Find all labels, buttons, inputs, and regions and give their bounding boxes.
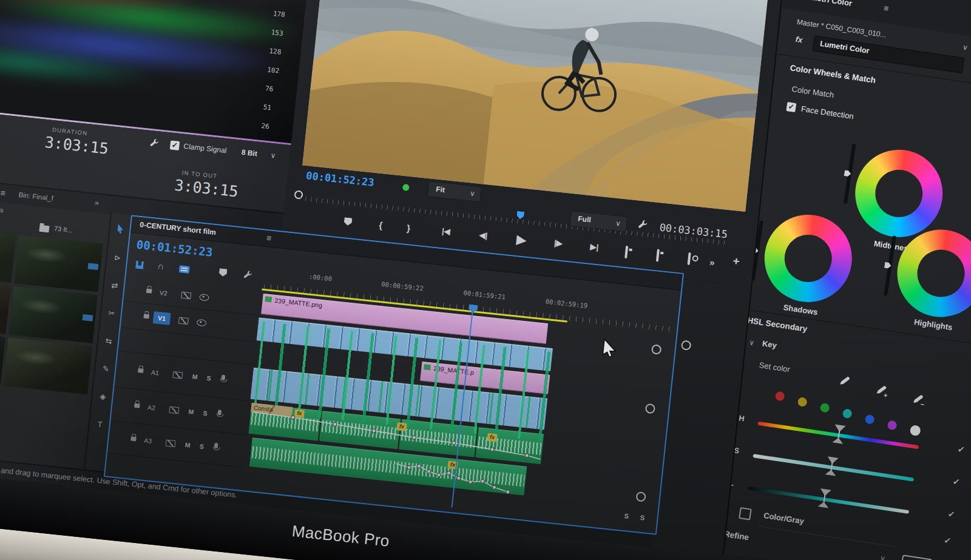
extract-icon[interactable] [656,249,660,261]
go-to-in-icon[interactable]: |◀ [441,226,450,236]
check-icon[interactable]: ✓ [947,509,956,520]
mic-icon[interactable] [214,443,218,449]
track-name[interactable]: A3 [144,437,152,445]
track-name[interactable]: V2 [159,289,167,297]
swatch-green[interactable] [820,403,830,413]
shadows-wheel[interactable] [759,209,858,308]
swatch-purple[interactable] [887,420,898,430]
tab-sequence[interactable]: 0-CENTURY short film [140,220,217,237]
sync-lock-icon[interactable] [181,292,191,300]
eyedropper-minus-icon[interactable]: − [912,392,925,406]
mic-icon[interactable] [217,410,222,416]
chevron-down-icon[interactable]: ∨ [962,43,969,52]
refine-label[interactable]: Refine [723,529,749,542]
lock-icon[interactable] [130,436,137,441]
settings-wrench-icon[interactable] [149,138,159,147]
effect-name-field[interactable]: Lumetri Color [812,35,964,73]
clamp-signal-checkbox[interactable]: ✓ [170,140,180,150]
sync-lock-icon[interactable] [169,407,179,414]
export-frame-icon[interactable] [688,252,691,265]
check-icon[interactable]: ✓ [957,444,966,455]
fit-dropdown[interactable]: Fit ∨ [427,181,482,202]
swatch-blue[interactable] [865,414,875,425]
mark-out-icon[interactable]: } [406,223,411,234]
add-marker-icon[interactable] [343,217,352,226]
check-icon[interactable]: ✓ [943,535,952,546]
solo-button[interactable]: S [199,442,204,450]
face-detection-label: Face Detection [800,104,854,121]
clip-thumbnail[interactable] [14,235,103,292]
saturation-handle[interactable] [825,456,838,476]
solo-toggles[interactable]: S S [624,512,650,522]
swatch-teal[interactable] [842,408,853,419]
track-name[interactable]: A2 [147,403,156,411]
mute-button[interactable]: M [184,441,191,449]
clip-thumbnail[interactable] [4,337,93,394]
eye-icon[interactable] [199,294,209,302]
sync-lock-icon[interactable] [172,371,183,379]
chevron-down-icon[interactable]: ∨ [879,554,886,560]
sync-lock-icon[interactable] [178,317,189,325]
section-hsl-secondary[interactable]: HSL Secondary [746,315,808,334]
track-name[interactable]: A1 [151,368,160,376]
more-tabs-icon[interactable]: » [94,198,100,207]
swatch-yellow[interactable] [797,397,808,407]
nest-sequence-icon[interactable] [179,265,190,274]
solo-button[interactable]: S [203,410,208,417]
monitor-settings-wrench-icon[interactable] [637,219,648,230]
clip-thumbnail[interactable] [8,286,98,343]
snap-icon[interactable] [135,261,144,269]
check-icon[interactable]: ✓ [952,476,961,487]
lock-icon[interactable] [134,403,140,408]
chevron-down-icon: ∨ [615,219,621,228]
mark-in-icon[interactable]: { [379,220,384,231]
step-back-icon[interactable]: ◀| [479,231,488,240]
play-icon[interactable]: ▶ [516,232,527,247]
solo-button[interactable]: S [206,374,211,382]
color-match-label[interactable]: Color Match [791,84,835,100]
mic-icon[interactable] [221,374,225,380]
step-forward-icon[interactable]: |▶ [553,238,563,248]
color-gray-checkbox[interactable] [739,507,752,521]
chevron-down-icon[interactable]: ∨ [748,338,755,347]
lock-icon[interactable] [143,314,149,319]
mute-button[interactable]: M [192,373,198,380]
lock-icon[interactable] [138,368,144,373]
swatch-white[interactable] [910,425,921,436]
photo-scene: 204 178 153 128 102 76 51 26 MASTER 2:23… [0,0,971,560]
panel-menu-icon[interactable]: ≡ [0,188,6,198]
bit-depth-value[interactable]: 8 Bit [241,148,257,158]
track-name-selected[interactable]: V1 [153,311,171,325]
sync-lock-icon[interactable] [166,439,176,447]
more-buttons-icon[interactable]: » [709,257,715,268]
timeline-settings-wrench-icon[interactable] [243,269,252,279]
swatch-red[interactable] [775,391,785,401]
eye-icon[interactable] [197,319,207,327]
eyedropper-icon[interactable] [838,374,852,388]
program-timecode[interactable]: 00:01:52:23 [305,169,374,189]
luma-handle[interactable] [817,488,831,508]
eyedropper-plus-icon[interactable]: + [875,383,889,397]
hue-handle[interactable] [832,424,845,444]
lift-icon[interactable] [624,246,628,258]
lock-icon[interactable] [146,289,152,294]
clip-thumbnail[interactable] [0,226,16,283]
linked-selection-icon[interactable]: ∩ [157,260,164,271]
set-color-label: Set color [759,360,791,374]
panel-menu-icon[interactable]: ≡ [266,233,272,243]
chevron-down-icon[interactable]: ∨ [270,151,276,160]
highlights-wheel[interactable] [891,224,971,323]
tab-bin-final[interactable]: Bin: Final_f [18,191,53,202]
add-button-icon[interactable]: + [732,254,740,268]
midtones-wheel[interactable] [849,144,949,243]
mute-button[interactable]: M [188,408,194,416]
timeline-timecode[interactable]: 00:01:52:23 [136,238,213,259]
item-count: 73 It... [53,224,73,234]
face-detection-checkbox[interactable]: ✓ [786,102,796,112]
go-to-out-icon[interactable]: ▶| [590,242,599,252]
timeline-marker-icon[interactable] [218,268,227,277]
axis-tick: 153 [269,29,299,50]
key-label[interactable]: Key [762,339,777,349]
mask-preview-icon[interactable] [900,555,933,560]
scroll-dot[interactable] [681,340,692,351]
